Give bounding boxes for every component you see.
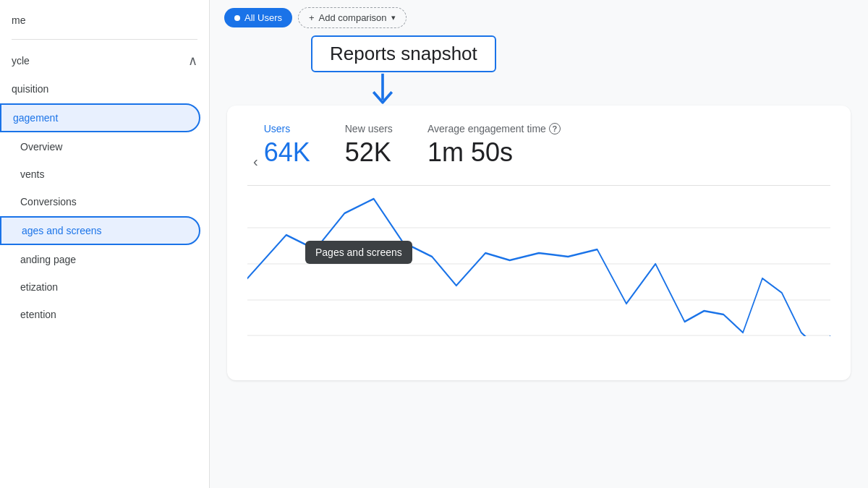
add-comparison-label: Add comparison — [319, 12, 387, 23]
sidebar-item-pages-screens[interactable]: ages and screens — [0, 216, 200, 245]
sidebar-item-home-label: me — [12, 14, 25, 26]
reports-snapshot-box: Reports snapshot — [311, 35, 496, 72]
sidebar-monetization-label: etization — [20, 281, 58, 293]
sidebar-retention-label: etention — [20, 309, 56, 320]
sidebar-landing-page-label: anding page — [20, 254, 76, 265]
metric-new-users-value: 52K — [345, 137, 393, 168]
metrics-card: ‹ Users 64K New users 52K — [227, 106, 851, 380]
all-users-button[interactable]: All Users — [224, 8, 292, 27]
metric-avg-engagement: Average engagement time ? 1m 50s — [427, 123, 561, 168]
sidebar-item-engagement[interactable]: gagement — [0, 103, 200, 132]
metric-users-label: Users — [264, 123, 310, 134]
arrow-down-container — [268, 72, 498, 108]
tooltip-box: Pages and screens — [305, 241, 412, 264]
sidebar-lifecycle-label: ycle — [12, 55, 30, 67]
sidebar-item-home[interactable]: me — [0, 7, 200, 33]
chart-area: Pages and screens — [247, 192, 830, 336]
sidebar-pages-screens-label: ages and screens — [22, 225, 102, 236]
metric-users-value: 64K — [264, 137, 310, 168]
top-bar: All Users + Add comparison ▾ — [210, 0, 868, 35]
metric-users: Users 64K — [264, 123, 310, 168]
sidebar-item-acquisition[interactable]: quisition — [0, 76, 200, 102]
chevron-down-icon: ▾ — [391, 13, 396, 22]
sidebar-item-events[interactable]: vents — [0, 161, 200, 187]
sidebar: me ycle ∧ quisition gagement Overview ve… — [0, 0, 210, 488]
info-icon[interactable]: ? — [549, 123, 561, 134]
metric-new-users: New users 52K — [345, 123, 393, 168]
metric-avg-label: Average engagement time ? — [427, 123, 561, 134]
metrics-top-row: ‹ Users 64K New users 52K — [247, 123, 830, 185]
snapshot-section: Reports snapshot ‹ Users 64K — [210, 35, 868, 380]
metric-avg-label-text: Average engagement time — [427, 123, 546, 134]
sidebar-engagement-label: gagement — [13, 112, 58, 124]
main-content: All Users + Add comparison ▾ Reports sna… — [210, 0, 868, 488]
sidebar-item-landing-page[interactable]: anding page — [0, 247, 200, 273]
add-comparison-button[interactable]: + Add comparison ▾ — [298, 7, 407, 28]
prev-button[interactable]: ‹ — [247, 150, 264, 173]
plus-icon: + — [309, 12, 315, 23]
sidebar-item-overview[interactable]: Overview — [0, 134, 200, 160]
sidebar-section-lifecycle[interactable]: ycle ∧ — [0, 46, 209, 76]
all-users-dot — [234, 15, 240, 21]
sidebar-item-retention[interactable]: etention — [0, 301, 200, 328]
metric-avg-value: 1m 50s — [427, 137, 561, 168]
reports-snapshot-title: Reports snapshot — [330, 43, 477, 64]
all-users-label: All Users — [244, 12, 282, 23]
chevron-up-icon: ∧ — [188, 53, 197, 69]
arrow-down-icon — [368, 72, 397, 108]
line-chart — [247, 192, 830, 336]
sidebar-acquisition-label: quisition — [12, 83, 48, 95]
metric-new-users-label: New users — [345, 123, 393, 134]
sidebar-conversions-label: Conversions — [20, 196, 77, 207]
sidebar-divider-1 — [12, 39, 197, 40]
tooltip-text: Pages and screens — [315, 247, 402, 258]
metrics-values-row: Users 64K New users 52K Average engageme… — [264, 123, 561, 168]
sidebar-item-conversions[interactable]: Conversions — [0, 189, 200, 215]
sidebar-overview-label: Overview — [20, 141, 62, 153]
sidebar-item-monetization[interactable]: etization — [0, 274, 200, 300]
sidebar-events-label: vents — [20, 168, 44, 180]
metrics-divider — [247, 185, 830, 186]
